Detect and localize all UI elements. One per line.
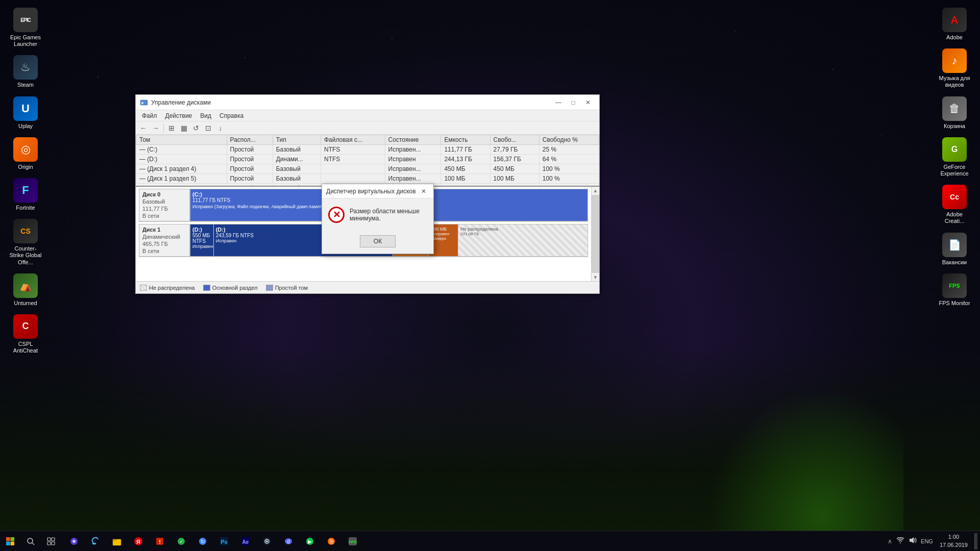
error-message-text: Размер области меньше минимума.	[350, 208, 427, 222]
table-row[interactable]: — (Диск 1 раздел 5)ПростойБазовыйИсправе…	[136, 174, 599, 184]
taskbar-steam-tb[interactable]	[257, 531, 277, 552]
maximize-button[interactable]: □	[566, 96, 580, 109]
desktop-icon-steam[interactable]: ♨ Steam	[5, 53, 46, 91]
desktop-icon-music[interactable]: ♪ Музыка для видеов	[934, 46, 975, 91]
legend-unallocated: Не распределена	[140, 285, 195, 291]
dialog-footer: ОК	[322, 231, 433, 254]
taskbar-ae[interactable]: Ae	[235, 531, 256, 552]
table-header-row: Том Распол... Тип Файловая с... Состояни…	[136, 135, 599, 145]
taskbar-photoshop[interactable]: Ps	[214, 531, 234, 552]
taskbar-edge[interactable]	[85, 531, 106, 552]
table-row[interactable]: — (C:)ПростойБазовыйNTFSИсправен...111,7…	[136, 145, 599, 155]
scroll-up-btn[interactable]: ▲	[592, 187, 599, 194]
taskbar-app13[interactable]: FPS	[342, 531, 363, 552]
desktop-icon-cspl[interactable]: C CSPL AntiCheat	[5, 312, 46, 357]
right-scrollbar[interactable]: ▲ ▼	[591, 187, 599, 281]
taskbar-yandex[interactable]: Я	[128, 531, 149, 552]
desktop-icon-unturned[interactable]: ⛺ Unturned	[5, 271, 46, 309]
svg-rect-4	[6, 541, 10, 545]
scroll-thumb[interactable]	[592, 195, 599, 273]
close-button[interactable]: ✕	[581, 96, 595, 109]
network-icon[interactable]	[896, 537, 904, 545]
taskbar-discord[interactable]: d	[278, 531, 299, 552]
window-title-icon	[140, 98, 148, 107]
dialog-body: ✕ Размер области меньше минимума.	[322, 198, 433, 231]
table-row[interactable]: — (D:)ПростойДинами...NTFSИсправен244,13…	[136, 155, 599, 164]
toolbar-down[interactable]: ↓	[215, 122, 226, 134]
toolbar-refresh[interactable]: ⊞	[166, 122, 177, 134]
taskbar-task-view[interactable]	[41, 531, 61, 552]
taskbar-clock[interactable]: 1:00 17.06.2019	[937, 531, 970, 551]
taskbar-app6[interactable]: ✓	[171, 531, 191, 552]
disk1-info: Диск 1 Динамический 465,75 ГБ В сети	[139, 224, 190, 257]
start-button[interactable]	[0, 531, 20, 552]
taskbar-app5[interactable]: !	[150, 531, 170, 552]
taskbar-app12[interactable]: ☰	[321, 531, 341, 552]
svg-rect-1	[141, 102, 143, 104]
minimize-button[interactable]: —	[551, 96, 566, 109]
taskbar-app11[interactable]: ▶	[300, 531, 320, 552]
col-free[interactable]: Свобо...	[490, 135, 539, 145]
desktop-icon-vacancy[interactable]: 📄 Вакансии	[934, 230, 975, 268]
col-layout[interactable]: Распол...	[227, 135, 273, 145]
taskbar-cortana[interactable]	[64, 531, 84, 552]
table-cell: Исправен...	[385, 145, 441, 155]
desktop-icon-adobecc[interactable]: Cc Adobe Creati...	[934, 182, 975, 227]
menu-view[interactable]: Вид	[196, 111, 215, 120]
taskbar-explorer[interactable]	[107, 531, 127, 552]
volume-icon[interactable]	[909, 537, 917, 545]
dialog-close-button[interactable]: ✕	[418, 186, 429, 197]
lang-indicator[interactable]: ENG	[921, 538, 933, 544]
desktop-icon-csgo[interactable]: CS Counter-Strike Global Offe...	[5, 216, 46, 268]
desktop-icon-uplay[interactable]: U Uplay	[5, 94, 46, 132]
svg-rect-8	[47, 538, 51, 541]
disk-table-body: — (C:)ПростойБазовыйNTFSИсправен...111,7…	[136, 145, 599, 186]
dialog-ok-button[interactable]: ОК	[360, 235, 396, 247]
toolbar-back[interactable]: ←	[138, 122, 149, 134]
scroll-down-btn[interactable]: ▼	[592, 273, 599, 281]
col-capacity[interactable]: Емкость	[441, 135, 490, 145]
menu-help[interactable]: Справка	[215, 111, 248, 120]
taskbar-app7[interactable]: ↻	[192, 531, 213, 552]
table-cell: 111,77 ГБ	[441, 145, 490, 155]
desktop-icon-fps[interactable]: FPS FPS Monitor	[934, 271, 975, 309]
table-cell: Простой	[227, 145, 273, 155]
time-display: 1:00	[948, 533, 959, 541]
geforce-label: GeForce Experience	[937, 164, 972, 177]
table-cell: 100 МБ	[490, 174, 539, 184]
toolbar-props[interactable]: ▦	[178, 122, 189, 134]
col-volume[interactable]: Том	[136, 135, 227, 145]
col-fs[interactable]: Файловая с...	[321, 135, 385, 145]
fortnite-label: Fortnite	[16, 205, 35, 211]
svg-text:d: d	[287, 539, 290, 544]
col-type[interactable]: Тип	[273, 135, 321, 145]
menu-file[interactable]: Файл	[138, 111, 161, 120]
table-cell: Базовый	[273, 164, 321, 174]
legend-unallocated-color	[140, 285, 147, 291]
toolbar-forward[interactable]: →	[150, 122, 161, 134]
col-freepct[interactable]: Свободно %	[539, 135, 599, 145]
menu-action[interactable]: Действие	[161, 111, 197, 120]
show-desktop-btn[interactable]	[974, 533, 977, 549]
svg-text:Ae: Ae	[242, 539, 249, 545]
desktop-icon-basket[interactable]: 🗑 Корзина	[934, 94, 975, 132]
desktop-icon-adobe[interactable]: A Adobe	[934, 5, 975, 43]
svg-rect-10	[47, 542, 51, 545]
toolbar: ← → ⊞ ▦ ↺ ⊡ ↓	[136, 121, 599, 135]
table-cell: Простой	[227, 164, 273, 174]
show-hidden-icons[interactable]: ∧	[888, 538, 892, 545]
desktop-icon-geforce[interactable]: G GeForce Experience	[934, 135, 975, 180]
toolbar-help2[interactable]: ↺	[190, 122, 202, 134]
table-row[interactable]: — (Диск 1 раздел 4)ПростойБазовыйИсправе…	[136, 164, 599, 174]
desktop-icon-origin[interactable]: ◎ Origin	[5, 135, 46, 173]
window-titlebar[interactable]: Управление дисками — □ ✕	[136, 95, 599, 110]
col-status[interactable]: Состояние	[385, 135, 441, 145]
toolbar-new[interactable]: ⊡	[203, 122, 214, 134]
desktop: EPIC Epic Games Launcher ♨ Steam U Uplay…	[0, 0, 980, 551]
svg-text:Ps: Ps	[220, 539, 227, 545]
taskbar-search[interactable]	[20, 531, 41, 552]
dialog-titlebar[interactable]: Диспетчер виртуальных дисков ✕	[322, 184, 433, 198]
desktop-icon-fortnite[interactable]: F Fortnite	[5, 176, 46, 214]
desktop-icon-epic[interactable]: EPIC Epic Games Launcher	[5, 5, 46, 50]
disk1-part-d-small[interactable]: (D:) 550 МБ NTFS Исправен	[190, 224, 214, 256]
